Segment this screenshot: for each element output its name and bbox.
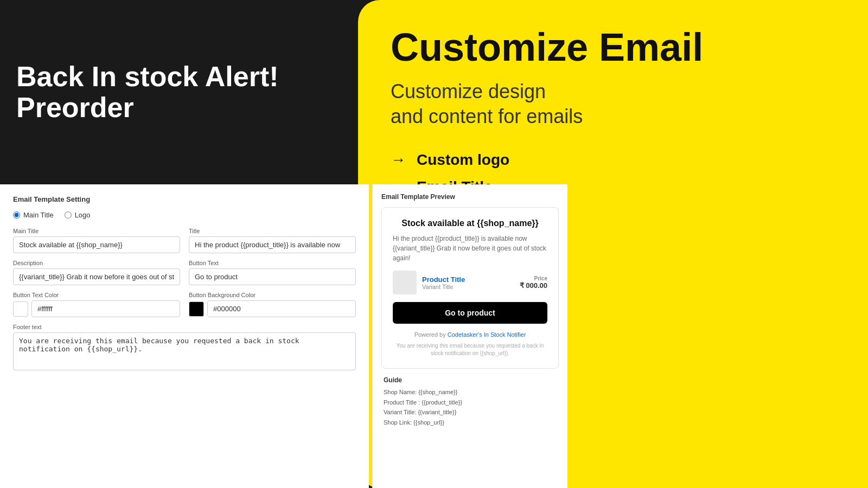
button-text-color-label: Button Text Color [13, 292, 180, 298]
feature-label: Custom logo [417, 151, 509, 169]
preview-title: Email Template Preview [381, 193, 559, 201]
email-preview-header: Stock available at {{shop_name}} [393, 219, 547, 228]
button-bg-color-swatch[interactable] [189, 301, 204, 317]
price-value: ₹ 000.00 [520, 281, 547, 290]
product-thumbnail [393, 271, 417, 294]
radio-main-title-label: Main Title [23, 211, 54, 219]
hero-section: Back In stock Alert! Preorder [0, 0, 358, 184]
button-text-color-input[interactable] [31, 300, 180, 317]
button-bg-color-field [189, 300, 356, 317]
email-preview-panel: Email Template Preview Stock available a… [372, 184, 567, 488]
button-text-label: Button Text [189, 260, 356, 266]
guide-item-3: Shop Link: {{shop_url}} [384, 418, 557, 428]
arrow-icon: → [391, 151, 406, 169]
footer-text-label: Footer text [13, 324, 356, 330]
button-text-color-swatch[interactable] [13, 301, 28, 317]
product-title: Product Title [422, 275, 514, 284]
cta-button[interactable]: Go to product [393, 302, 547, 324]
footer-text-input[interactable] [13, 332, 356, 370]
description-label: Description [13, 260, 180, 266]
title-input[interactable] [189, 236, 356, 253]
button-bg-color-input[interactable] [207, 300, 356, 317]
radio-logo-label: Logo [75, 211, 91, 219]
footer-text-preview: You are receiving this email because you… [393, 342, 547, 357]
powered-by: Powered by Codetasker's In Stock Notifie… [393, 331, 547, 338]
price-label: Price [520, 275, 547, 281]
feature-custom-logo: → Custom logo [391, 151, 835, 169]
radio-main-title[interactable]: Main Title [13, 211, 54, 219]
customize-subtitle: Customize designand content for emails [391, 79, 835, 130]
product-price: Price ₹ 000.00 [520, 275, 547, 290]
title-label: Title [189, 228, 356, 234]
email-preview-card: Stock available at {{shop_name}} Hi the … [381, 207, 559, 369]
powered-by-link[interactable]: Codetasker's In Stock Notifier [448, 331, 526, 338]
button-text-color-group: Button Text Color [13, 292, 180, 317]
button-text-group: Button Text [189, 260, 356, 285]
email-card-body: Stock available at {{shop_name}} Hi the … [382, 208, 558, 368]
guide-item-2: Variant Title: {{variant_title}} [384, 407, 557, 418]
main-title-group: Main Title [13, 228, 180, 253]
button-text-input[interactable] [189, 268, 356, 285]
product-variant: Variant Title [422, 284, 514, 290]
description-input[interactable] [13, 268, 180, 285]
main-title-input[interactable] [13, 236, 180, 253]
description-group: Description [13, 260, 180, 285]
email-template-settings-panel: Email Template Setting Main Title Logo M… [0, 184, 369, 488]
guide-section: Guide Shop Name: {{shop_name}} Product T… [381, 376, 559, 428]
footer-text-group: Footer text [13, 324, 356, 370]
hero-title: Back In stock Alert! Preorder [16, 61, 342, 123]
product-info: Product Title Variant Title [422, 275, 514, 290]
guide-item-0: Shop Name: {{shop_name}} [384, 387, 557, 397]
main-title-label: Main Title [13, 228, 180, 234]
radio-group-title-logo: Main Title Logo [13, 211, 356, 219]
radio-logo[interactable]: Logo [65, 211, 91, 219]
button-text-color-field [13, 300, 180, 317]
guide-item-1: Product Title : {{product_title}} [384, 397, 557, 408]
button-bg-color-label: Button Background Color [189, 292, 356, 298]
button-bg-color-group: Button Background Color [189, 292, 356, 317]
customize-email-title: Customize Email [391, 27, 835, 68]
email-preview-description: Hi the product {{product_title}} is avai… [393, 234, 547, 263]
form-grid-main: Main Title Title Description Button Text… [13, 228, 356, 370]
guide-title: Guide [384, 376, 557, 384]
title-group: Title [189, 228, 356, 253]
settings-panel-title: Email Template Setting [13, 195, 356, 203]
product-row: Product Title Variant Title Price ₹ 000.… [393, 271, 547, 294]
